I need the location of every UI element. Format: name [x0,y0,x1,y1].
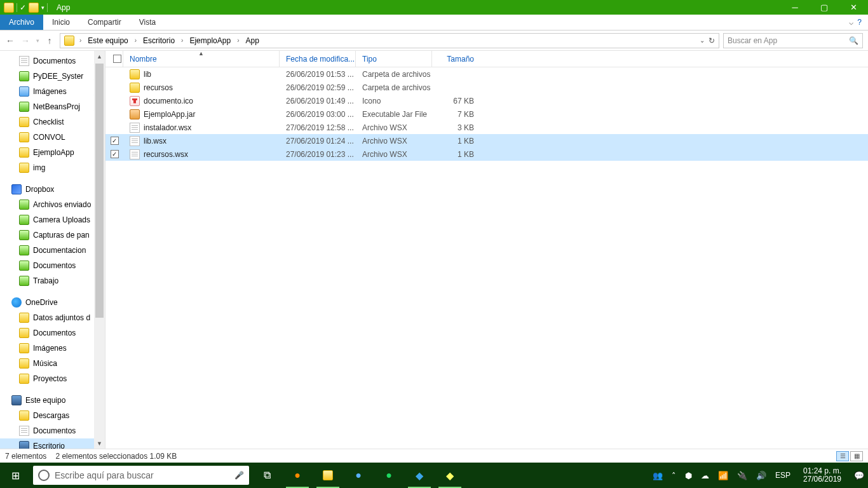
file-row[interactable]: instalador.wsx27/06/2019 12:58 ...Archiv… [105,121,868,134]
sidebar-item[interactable]: Archivos enviado [0,197,105,212]
sidebar-item[interactable]: Datos adjuntos d [0,310,105,325]
file-name: instalador.wsx [144,123,191,132]
sidebar-item[interactable]: Documentos📌 [0,53,105,69]
sidebar-item[interactable]: Trabajo [0,273,105,288]
column-date[interactable]: Fecha de modifica... [280,51,356,67]
thumbnails-view-button[interactable]: ▦ [850,451,863,461]
column-checkbox[interactable] [105,51,123,67]
address-bar[interactable]: › Este equipo › Escritorio › EjemploApp … [60,33,719,48]
sidebar-item[interactable]: Imágenes📌 [0,84,105,99]
sidebar-item[interactable]: Proyectos [0,371,105,386]
up-button[interactable]: ↑ [42,33,57,48]
sidebar-item[interactable]: Capturas de pan [0,227,105,243]
taskbar-app-other[interactable]: ◆ [435,463,465,488]
tab-compartir[interactable]: Compartir [79,15,130,30]
selection-info: 2 elementos seleccionados 1.09 KB [55,452,177,461]
language-indicator[interactable]: ESP [775,471,790,480]
file-size: 3 KB [432,123,482,132]
sidebar-item[interactable]: Documentos [0,258,105,273]
volume-icon[interactable]: 🔊 [756,471,766,480]
scroll-down-icon[interactable]: ▼ [94,438,105,449]
sidebar-item[interactable]: Dropbox [0,182,105,197]
chevron-right-icon[interactable]: › [77,37,84,44]
column-type[interactable]: Tipo [356,51,432,67]
od-icon [11,297,22,308]
taskbar-app-vscode[interactable]: ◆ [404,463,435,488]
scrollbar[interactable]: ▲ ▼ [94,51,105,449]
file-row[interactable]: documento.ico26/06/2019 01:49 ...Icono67… [105,94,868,107]
notifications-icon[interactable]: 💬 [854,471,864,480]
sidebar-item[interactable]: CONVOL [0,130,105,145]
clock[interactable]: 01:24 p. m. 27/06/2019 [799,467,845,484]
sidebar-item[interactable]: EjemploApp [0,145,105,160]
refresh-icon[interactable]: ↻ [709,36,715,45]
search-input[interactable]: Buscar en App 🔍 [723,33,863,48]
sidebar-item[interactable]: OneDrive [0,295,105,310]
back-button[interactable]: ← [3,33,18,48]
scroll-thumb[interactable] [95,64,104,318]
row-checkbox[interactable]: ✓ [111,150,119,158]
forward-button[interactable]: → [18,33,33,48]
chevron-down-icon[interactable]: ⌵ [849,18,853,27]
people-icon[interactable]: 👥 [653,471,663,480]
sidebar-item[interactable]: Camera Uploads [0,212,105,227]
file-name: recursos [144,83,173,92]
taskbar-app-edge[interactable]: ● [343,463,374,488]
recent-dropdown[interactable]: ▾ [33,33,42,48]
tab-vista[interactable]: Vista [130,15,165,30]
sidebar-item[interactable]: Descargas [0,408,105,423]
file-row[interactable]: ✓lib.wsx27/06/2019 01:24 ...Archivo WSX1… [105,134,868,147]
sidebar-item-label: img [33,163,45,172]
sidebar-item[interactable]: NetBeansProj📌 [0,99,105,114]
file-row[interactable]: recursos26/06/2019 02:59 ...Carpeta de a… [105,81,868,94]
chevron-right-icon[interactable]: › [179,37,186,44]
start-button[interactable]: ⊞ [0,463,31,488]
sidebar-item[interactable]: img [0,160,105,175]
wifi-icon[interactable]: 📶 [718,471,728,480]
task-view-button[interactable]: ⧉ [252,463,282,488]
breadcrumb[interactable]: Este equipo [86,36,129,45]
minimize-button[interactable]: ─ [780,0,810,15]
chevron-right-icon[interactable]: › [234,37,241,44]
dropbox-tray-icon[interactable]: ⬢ [685,471,692,480]
breadcrumb[interactable]: App [245,36,261,45]
tab-inicio[interactable]: Inicio [43,15,79,30]
dropdown-icon[interactable]: ▾ [41,4,44,11]
chevron-right-icon[interactable]: › [132,37,139,44]
close-button[interactable]: ✕ [839,0,868,15]
tab-archivo[interactable]: Archivo [0,15,43,30]
dropdown-icon[interactable]: ⌄ [700,37,705,44]
column-size[interactable]: Tamaño [432,51,482,67]
file-row[interactable]: EjemploApp.jar26/06/2019 03:00 ...Execut… [105,107,868,121]
sidebar-item[interactable]: Música [0,356,105,371]
power-icon[interactable]: 🔌 [737,471,747,480]
taskbar-app-explorer[interactable] [313,463,343,488]
details-view-button[interactable]: ☰ [836,451,849,461]
sidebar-item[interactable]: Documentacion [0,243,105,258]
sidebar-item[interactable]: Imágenes [0,341,105,356]
sidebar-item[interactable]: Checklist [0,114,105,130]
sidebar-item[interactable]: Documentos [0,325,105,341]
taskbar-app-firefox[interactable]: ● [282,463,313,488]
mic-icon[interactable]: 🎤 [234,471,244,480]
breadcrumb[interactable]: EjemploApp [188,36,232,45]
maximize-button[interactable]: ▢ [810,0,839,15]
sidebar-item[interactable]: Escritorio [0,438,105,449]
file-row[interactable]: ✓recursos.wsx27/06/2019 01:23 ...Archivo… [105,147,868,161]
sidebar-item[interactable]: PyDEE_Syster📌 [0,69,105,84]
sort-asc-icon: ▲ [198,51,204,57]
cortana-search[interactable]: Escribe aquí para buscar 🎤 [33,466,249,485]
sidebar-item[interactable]: Documentos [0,423,105,438]
column-name[interactable]: Nombre▲ [123,51,280,67]
row-checkbox[interactable]: ✓ [111,137,119,145]
item-count: 7 elementos [5,452,46,461]
scroll-up-icon[interactable]: ▲ [94,51,105,62]
breadcrumb[interactable]: Escritorio [142,36,176,45]
onedrive-tray-icon[interactable]: ☁ [701,471,709,480]
pic-icon [19,86,29,97]
sidebar-item[interactable]: Este equipo [0,393,105,408]
help-icon[interactable]: ? [857,18,862,27]
taskbar-app-spotify[interactable]: ● [374,463,404,488]
tray-expand-icon[interactable]: ˄ [672,471,676,480]
file-row[interactable]: lib26/06/2019 01:53 ...Carpeta de archiv… [105,67,868,81]
